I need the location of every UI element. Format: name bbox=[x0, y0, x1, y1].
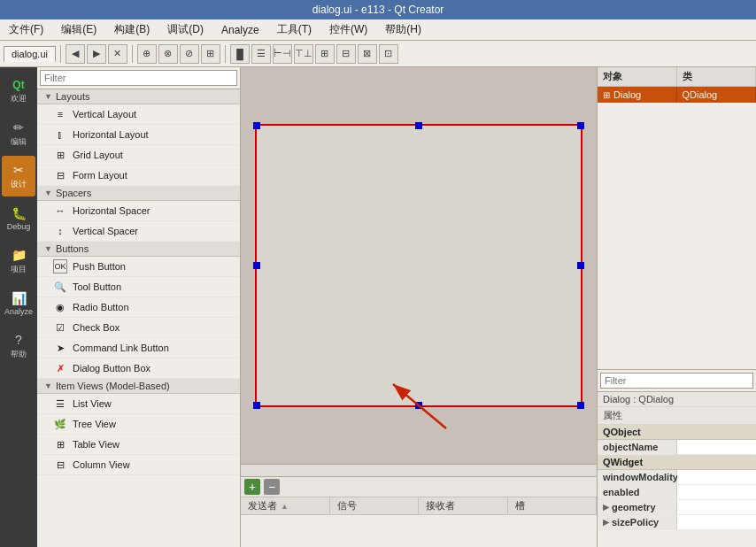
mode-project[interactable]: 📁 项目 bbox=[2, 241, 35, 281]
resize-handle-bottom-right[interactable] bbox=[577, 402, 584, 409]
resize-handle-middle-right[interactable] bbox=[577, 262, 584, 269]
prop-filter-input[interactable] bbox=[600, 373, 753, 389]
toolbar-layout3[interactable]: ⊢⊣ bbox=[273, 44, 292, 64]
toolbar-layout8[interactable]: ⊡ bbox=[379, 44, 398, 64]
widget-horizontal-spacer[interactable]: ↔ Horizontal Spacer bbox=[37, 201, 240, 221]
toolbar-close[interactable]: ✕ bbox=[108, 44, 127, 64]
widget-column-view[interactable]: ⊟ Column View bbox=[37, 455, 240, 475]
menu-build[interactable]: 构建(B) bbox=[109, 20, 155, 39]
canvas-container[interactable] bbox=[241, 67, 597, 464]
canvas-scrollbar[interactable] bbox=[241, 464, 597, 476]
menu-help[interactable]: 帮助(H) bbox=[380, 20, 427, 39]
toolbar-layout2[interactable]: ☰ bbox=[251, 44, 271, 64]
resize-handle-top-right[interactable] bbox=[577, 122, 584, 129]
prop-value-sizepolicy[interactable] bbox=[677, 515, 756, 529]
object-row-dialog[interactable]: ⊞ Dialog QDialog bbox=[598, 87, 756, 103]
widget-vertical-layout-label: Vertical Layout bbox=[73, 109, 136, 119]
dialog-canvas[interactable] bbox=[255, 124, 582, 407]
prop-row-geometry[interactable]: ▶ geometry bbox=[598, 500, 756, 515]
mode-analyze[interactable]: 📊 Analyze bbox=[2, 283, 35, 324]
toolbar-copy1[interactable]: ⊕ bbox=[137, 44, 157, 64]
sizepolicy-label: sizePolicy bbox=[612, 517, 659, 528]
bottom-table-header: 发送者 ▲ 信号 接收者 槽 bbox=[241, 497, 597, 515]
layouts-arrow-icon: ▼ bbox=[44, 92, 52, 101]
widget-filter-input[interactable] bbox=[40, 70, 237, 86]
tab-dialog-ui[interactable]: dialog.ui bbox=[4, 46, 56, 62]
sizepolicy-expand-icon: ▶ bbox=[603, 518, 609, 527]
prop-value-enabled[interactable] bbox=[677, 485, 756, 499]
widget-command-link-button[interactable]: ➤ Command Link Button bbox=[37, 338, 240, 358]
widget-radio-button[interactable]: ◉ Radio Button bbox=[37, 297, 240, 318]
category-buttons[interactable]: ▼ Buttons bbox=[37, 242, 240, 257]
horizontal-layout-icon: ⫿ bbox=[53, 127, 67, 142]
widget-tool-button[interactable]: 🔍 Tool Button bbox=[37, 277, 240, 297]
menu-debug[interactable]: 调试(D) bbox=[162, 20, 209, 39]
menu-tools[interactable]: 工具(T) bbox=[272, 20, 317, 39]
remove-connection-button[interactable]: − bbox=[264, 479, 280, 495]
widget-vertical-layout[interactable]: ≡ Vertical Layout bbox=[37, 104, 240, 125]
widget-horizontal-spacer-label: Horizontal Spacer bbox=[73, 205, 150, 216]
toolbar-layout4[interactable]: ⊤⊥ bbox=[294, 44, 313, 64]
column-view-icon: ⊟ bbox=[53, 458, 67, 472]
category-spacers[interactable]: ▼ Spacers bbox=[37, 186, 240, 201]
resize-handle-bottom-middle[interactable] bbox=[415, 402, 422, 409]
mode-help[interactable]: ? 帮助 bbox=[2, 326, 35, 366]
toolbar-separator bbox=[60, 45, 61, 63]
mode-welcome[interactable]: Qt 欢迎 bbox=[2, 71, 35, 112]
mode-edit[interactable]: ✏ 编辑 bbox=[2, 113, 35, 154]
prop-value-windowmodality[interactable] bbox=[677, 470, 756, 484]
prop-dialog-label: Dialog : QDialog bbox=[598, 392, 756, 407]
widget-vertical-spacer-label: Vertical Spacer bbox=[73, 226, 138, 236]
widget-tree-view[interactable]: 🌿 Tree View bbox=[37, 414, 240, 435]
toolbar-copy3[interactable]: ⊘ bbox=[180, 44, 199, 64]
widget-dialog-button-box[interactable]: ✗ Dialog Button Box bbox=[37, 358, 240, 379]
category-layouts[interactable]: ▼ Layouts bbox=[37, 89, 240, 104]
mode-debug[interactable]: 🐛 Debug bbox=[2, 198, 35, 239]
menu-file[interactable]: 文件(F) bbox=[4, 20, 49, 39]
right-panel-header: 对象 类 bbox=[598, 67, 756, 87]
widget-tool-button-label: Tool Button bbox=[73, 281, 121, 292]
window-title: dialog.ui - e113 - Qt Creator bbox=[312, 4, 444, 16]
widget-horizontal-layout[interactable]: ⫿ Horizontal Layout bbox=[37, 125, 240, 145]
widget-list-view[interactable]: ☰ List View bbox=[37, 394, 240, 414]
widget-command-link-label: Command Link Button bbox=[73, 343, 169, 353]
widget-form-layout[interactable]: ⊟ Form Layout bbox=[37, 166, 240, 186]
widget-check-box[interactable]: ☑ Check Box bbox=[37, 318, 240, 338]
add-connection-button[interactable]: + bbox=[244, 479, 260, 495]
widget-dialog-button-box-label: Dialog Button Box bbox=[73, 363, 150, 374]
prop-value-objectname[interactable] bbox=[677, 440, 756, 454]
qt-sidebar: Qt 欢迎 ✏ 编辑 ✂ 设计 🐛 Debug 📁 项目 📊 Analyze ?… bbox=[0, 67, 37, 547]
resize-handle-bottom-left[interactable] bbox=[253, 402, 260, 409]
toolbar-copy2[interactable]: ⊗ bbox=[158, 44, 178, 64]
col-sender-label: 发送者 bbox=[248, 499, 277, 512]
toolbar-layout6[interactable]: ⊟ bbox=[336, 44, 356, 64]
toolbar-layout7[interactable]: ⊠ bbox=[358, 44, 377, 64]
menu-analyze[interactable]: Analyze bbox=[216, 22, 265, 38]
mode-help-label: 帮助 bbox=[11, 349, 27, 360]
menu-widget[interactable]: 控件(W) bbox=[324, 20, 373, 39]
toolbar-layout5[interactable]: ⊞ bbox=[315, 44, 335, 64]
widget-push-button[interactable]: OK Push Button bbox=[37, 257, 240, 277]
vertical-layout-icon: ≡ bbox=[53, 107, 67, 121]
spacers-arrow-icon: ▼ bbox=[44, 189, 52, 197]
right-col-object: 对象 bbox=[598, 67, 677, 86]
toolbar-layout1[interactable]: ▐▌ bbox=[230, 44, 250, 64]
toolbar-back[interactable]: ◀ bbox=[66, 44, 85, 64]
col-sender-sort-icon[interactable]: ▲ bbox=[281, 502, 289, 511]
toolbar-forward[interactable]: ▶ bbox=[87, 44, 106, 64]
col-slot: 槽 bbox=[508, 497, 598, 514]
resize-handle-top-left[interactable] bbox=[253, 122, 260, 129]
widget-grid-layout[interactable]: ⊞ Grid Layout bbox=[37, 145, 240, 166]
table-view-icon: ⊞ bbox=[53, 437, 67, 451]
menu-edit[interactable]: 编辑(E) bbox=[56, 20, 102, 39]
prop-row-sizepolicy[interactable]: ▶ sizePolicy bbox=[598, 515, 756, 530]
resize-handle-top-middle[interactable] bbox=[415, 122, 422, 129]
mode-design[interactable]: ✂ 设计 bbox=[2, 156, 35, 196]
prop-value-geometry[interactable] bbox=[677, 500, 756, 514]
widget-vertical-spacer[interactable]: ↕ Vertical Spacer bbox=[37, 221, 240, 242]
widget-table-view[interactable]: ⊞ Table View bbox=[37, 435, 240, 455]
category-item-views[interactable]: ▼ Item Views (Model-Based) bbox=[37, 379, 240, 394]
toolbar-copy4[interactable]: ⊞ bbox=[201, 44, 220, 64]
mode-analyze-label: Analyze bbox=[4, 307, 33, 316]
resize-handle-middle-left[interactable] bbox=[253, 262, 260, 269]
